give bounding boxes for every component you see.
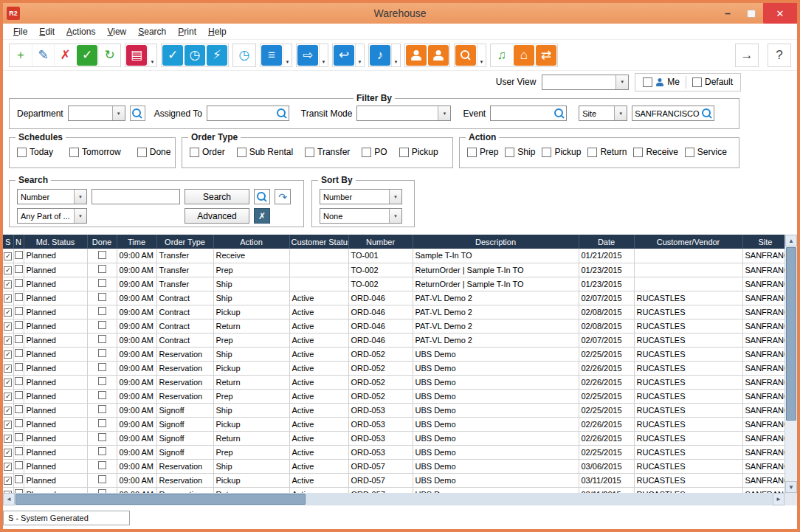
checkbox-pickup[interactable]: Pickup	[399, 147, 438, 157]
n-checkbox[interactable]	[15, 265, 23, 273]
delete-icon[interactable]: ✗	[54, 44, 76, 66]
schedule-document-icon[interactable]: ◷	[233, 44, 255, 66]
checkbox-receive[interactable]: Receive	[633, 147, 677, 157]
prep-icon[interactable]: ≡	[261, 45, 282, 66]
horizontal-scrollbar[interactable]: ◄ ►	[3, 493, 785, 505]
search-go-button[interactable]	[254, 189, 270, 204]
table-row[interactable]: Planned09:00 AMSignoffShipActiveORD-053U…	[3, 403, 785, 417]
warehouse-icon[interactable]: ⌂	[514, 45, 534, 66]
checkbox-sub-rental[interactable]: Sub Rental	[237, 147, 293, 157]
done-checkbox[interactable]	[98, 377, 106, 385]
search-input[interactable]	[92, 189, 180, 204]
new-customer-order-icon[interactable]	[406, 45, 427, 66]
clear-search-button[interactable]: ✗	[254, 208, 270, 224]
checkbox-today[interactable]: Today	[17, 147, 53, 157]
close-button[interactable]: ✕	[763, 3, 797, 24]
checkbox-service[interactable]: Service	[685, 147, 727, 157]
clock-icon[interactable]: ◷	[185, 45, 205, 66]
checkbox-tomorrow[interactable]: Tomorrow	[69, 147, 121, 157]
event-search-icon[interactable]	[554, 108, 565, 119]
department-search-button[interactable]	[130, 106, 145, 121]
user-view-combo[interactable]: ▼	[542, 75, 629, 90]
n-checkbox[interactable]	[15, 279, 23, 287]
s-checkbox[interactable]	[4, 393, 12, 401]
column-header-action[interactable]: Action	[213, 235, 289, 249]
customer-service-icon[interactable]	[428, 45, 449, 66]
checkbox-transfer[interactable]: Transfer	[305, 147, 350, 157]
chevron-down-icon[interactable]: ▼	[615, 75, 628, 89]
checkbox-done[interactable]: Done	[137, 147, 171, 157]
n-checkbox[interactable]	[15, 447, 23, 455]
site-selector-combo[interactable]: Site ▼	[579, 106, 627, 121]
chevron-down-icon[interactable]: ▼	[389, 209, 401, 223]
s-checkbox[interactable]	[4, 435, 12, 443]
sort-primary-combo[interactable]: Number ▼	[320, 189, 402, 204]
site-search-icon[interactable]	[702, 108, 712, 119]
s-checkbox[interactable]	[4, 308, 12, 317]
chevron-down-icon[interactable]: ▼	[74, 209, 86, 223]
chevron-down-icon[interactable]: ▼	[389, 190, 401, 204]
search-items-icon[interactable]	[455, 45, 476, 66]
column-header-done[interactable]: Done	[87, 235, 117, 249]
column-header-s[interactable]: S	[3, 235, 13, 249]
new-order-icon[interactable]: +	[10, 44, 32, 66]
table-row[interactable]: Planned09:00 AMReservationShipActiveORD-…	[3, 459, 785, 473]
prep-dropdown[interactable]: ▼	[283, 44, 292, 66]
n-checkbox[interactable]	[15, 475, 23, 483]
done-checkbox[interactable]	[98, 447, 106, 455]
table-row[interactable]: Planned09:00 AMReservationShipActiveORD-…	[3, 347, 785, 361]
scroll-down-icon[interactable]: ▼	[785, 481, 797, 493]
table-row[interactable]: Planned09:00 AMReservationReturnActiveOR…	[3, 375, 785, 389]
search-items-dropdown[interactable]: ▼	[477, 44, 486, 66]
confirm-schedule-icon[interactable]: ✓	[162, 45, 183, 66]
done-checkbox[interactable]	[98, 461, 106, 469]
column-header-order-type[interactable]: Order Type	[156, 235, 213, 249]
table-row[interactable]: Planned09:00 AMContractShipActiveORD-046…	[3, 291, 785, 305]
vertical-scrollbar[interactable]: ▲ ▼	[785, 235, 797, 493]
refresh-icon[interactable]: ↻	[98, 44, 120, 66]
s-checkbox[interactable]	[4, 407, 12, 415]
done-checkbox[interactable]	[98, 251, 106, 259]
done-checkbox[interactable]	[98, 307, 106, 315]
s-checkbox[interactable]	[4, 266, 12, 274]
n-checkbox[interactable]	[15, 405, 23, 413]
menu-help[interactable]: Help	[202, 25, 232, 38]
menu-print[interactable]: Print	[172, 25, 202, 38]
n-checkbox[interactable]	[15, 363, 23, 371]
column-header-customer-status[interactable]: Customer Status	[289, 235, 348, 249]
service-icon[interactable]: ♪	[370, 45, 390, 66]
transit-mode-combo[interactable]: ▼	[356, 106, 451, 121]
print-icon[interactable]: ▤	[126, 45, 147, 66]
table-row[interactable]: Planned09:00 AMContractPrepActiveORD-046…	[3, 333, 785, 347]
checkbox-po[interactable]: PO	[362, 147, 387, 157]
n-checkbox[interactable]	[15, 251, 23, 259]
done-checkbox[interactable]	[98, 475, 106, 483]
column-header-number[interactable]: Number	[348, 235, 413, 249]
done-checkbox[interactable]	[98, 391, 106, 399]
s-checkbox[interactable]	[4, 365, 12, 373]
s-checkbox[interactable]	[4, 294, 12, 303]
menu-search[interactable]: Search	[132, 25, 172, 38]
s-checkbox[interactable]	[4, 463, 12, 471]
n-checkbox[interactable]	[15, 349, 23, 357]
done-checkbox[interactable]	[98, 433, 106, 441]
n-checkbox[interactable]	[15, 419, 23, 427]
menu-actions[interactable]: Actions	[61, 25, 101, 38]
table-row[interactable]: Planned09:00 AMReservationPickupActiveOR…	[3, 361, 785, 375]
chevron-down-icon[interactable]: ▼	[74, 190, 86, 204]
advanced-button[interactable]: Advanced	[185, 208, 249, 224]
column-header-n[interactable]: N	[13, 235, 24, 249]
checkbox-order[interactable]: Order	[190, 147, 225, 157]
n-checkbox[interactable]	[15, 433, 23, 441]
chevron-down-icon[interactable]: ▼	[438, 106, 450, 120]
done-checkbox[interactable]	[98, 293, 106, 301]
table-row[interactable]: Planned09:00 AMSignoffPickupActiveORD-05…	[3, 417, 785, 431]
table-row[interactable]: Planned09:00 AMTransferPrepTO-002ReturnO…	[3, 263, 785, 277]
n-checkbox[interactable]	[15, 293, 23, 301]
warehouse-transfer-icon[interactable]: ⇄	[536, 45, 556, 66]
done-checkbox[interactable]	[98, 363, 106, 371]
horizontal-scrollbar-thumb[interactable]	[15, 494, 306, 505]
n-checkbox[interactable]	[15, 461, 23, 469]
n-checkbox[interactable]	[15, 391, 23, 399]
s-checkbox[interactable]	[4, 477, 12, 485]
